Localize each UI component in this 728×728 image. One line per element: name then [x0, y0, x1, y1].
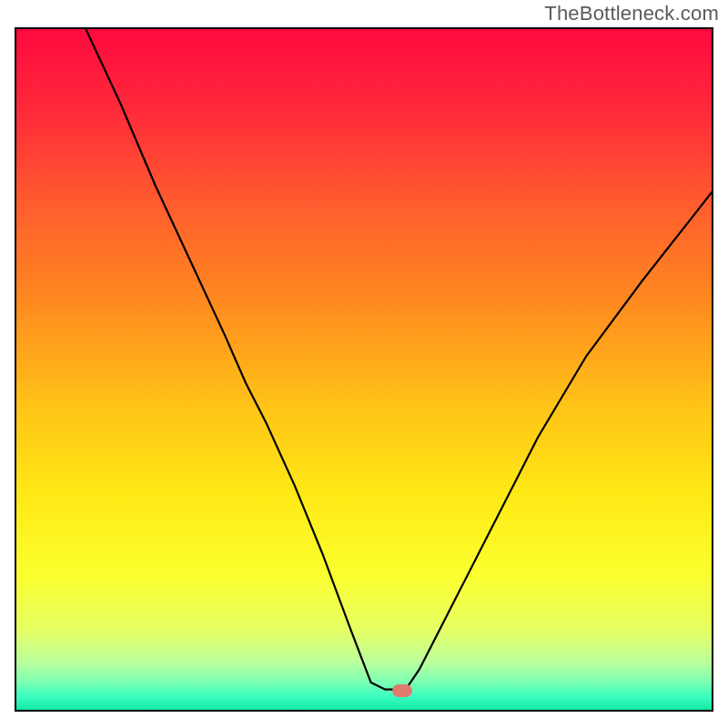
watermark-text: TheBottleneck.com — [544, 2, 719, 25]
chart-frame: TheBottleneck.com — [0, 0, 728, 728]
plot-area — [15, 27, 713, 712]
optimal-point-marker — [392, 684, 412, 697]
bottleneck-curve — [16, 29, 712, 710]
